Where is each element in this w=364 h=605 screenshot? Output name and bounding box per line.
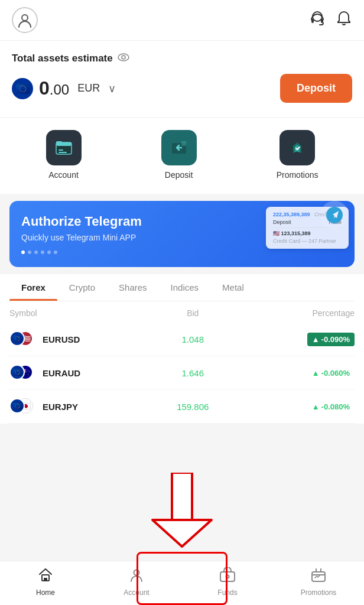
dot-3 xyxy=(34,251,38,254)
amount-decimal: .00 xyxy=(50,82,69,97)
col-bid-header: Bid xyxy=(139,308,247,318)
svg-rect-17 xyxy=(172,473,192,520)
symbol-name-eurjpy: EURJPY xyxy=(43,402,78,412)
col-pct-header: Percentage xyxy=(247,308,355,318)
svg-marker-18 xyxy=(152,520,212,547)
nav-account-label: Account xyxy=(124,588,149,597)
banner-subtitle: Quickly use Telegram Mini APP xyxy=(21,233,343,242)
symbol-name-euraud: EURAUD xyxy=(43,368,80,378)
telegram-banner[interactable]: Authorize Telegram Quickly use Telegram … xyxy=(9,201,355,267)
table-row[interactable]: 🇪🇺 🇺🇸 EURUSD 1.048 ▲ -0.090% xyxy=(9,323,355,356)
account-label: Account xyxy=(48,170,79,180)
svg-rect-20 xyxy=(44,578,47,581)
action-account[interactable]: Account xyxy=(46,130,82,180)
bell-icon[interactable] xyxy=(336,10,352,31)
svg-rect-8 xyxy=(58,149,63,151)
nav-funds-label: Funds xyxy=(217,588,237,597)
bid-euraud: 1.646 xyxy=(139,368,247,378)
nav-funds[interactable]: Funds xyxy=(182,561,273,605)
promotions-icon-box xyxy=(280,130,315,165)
amount-whole: 0 xyxy=(39,77,50,99)
dot-1 xyxy=(21,251,25,254)
account-nav-icon xyxy=(129,567,144,586)
avatar[interactable] xyxy=(12,7,38,33)
market-tabs: Forex Crypto Shares Indices Metal xyxy=(9,274,355,301)
tab-crypto[interactable]: Crypto xyxy=(57,274,107,301)
svg-rect-10 xyxy=(56,141,62,143)
nav-account[interactable]: Account xyxy=(91,561,182,605)
trend-icon-euraud: ▲ xyxy=(312,369,320,378)
flag-pair-eurusd: 🇪🇺 🇺🇸 xyxy=(9,331,34,347)
table-row[interactable]: 🇪🇺 🇯🇵 EURJPY 159.806 ▲ -0.080% xyxy=(9,390,355,424)
assets-title: Total assets estimate xyxy=(12,53,352,64)
nav-promotions[interactable]: Promotions xyxy=(273,561,364,605)
svg-point-23 xyxy=(226,575,229,578)
action-promotions[interactable]: Promotions xyxy=(277,130,318,180)
deposit-button[interactable]: Deposit xyxy=(280,74,352,103)
svg-rect-9 xyxy=(58,152,67,153)
assets-title-text: Total assets estimate xyxy=(12,53,113,64)
pct-cell-euraud: ▲ -0.060% xyxy=(247,366,355,380)
deposit-icon-box xyxy=(161,130,197,165)
svg-point-0 xyxy=(22,15,28,21)
funds-icon xyxy=(219,567,236,586)
currency-label: EUR xyxy=(77,82,100,95)
flag-eu-2: 🇪🇺 xyxy=(9,365,25,380)
symbol-cell-euraud: 🇪🇺 🇦🇺 EURAUD xyxy=(9,365,139,381)
quick-actions: Account Deposit Promotions xyxy=(0,118,364,194)
flag-pair-eurjpy: 🇪🇺 🇯🇵 xyxy=(9,398,34,415)
bottom-nav: Home Account Funds xyxy=(0,561,364,605)
market-section: Forex Crypto Shares Indices Metal Symbol… xyxy=(0,274,364,424)
action-deposit[interactable]: Deposit xyxy=(161,130,197,180)
home-icon xyxy=(38,567,53,586)
eur-flag: 🇪🇺 xyxy=(12,78,33,99)
svg-rect-12 xyxy=(181,141,186,146)
nav-promotions-label: Promotions xyxy=(301,588,337,597)
tab-indices[interactable]: Indices xyxy=(159,274,211,301)
eye-icon[interactable] xyxy=(118,53,129,64)
dot-2 xyxy=(28,251,31,254)
amount-display: 0.00 xyxy=(39,77,69,99)
dot-5 xyxy=(47,251,51,254)
svg-point-1 xyxy=(313,12,322,21)
pct-cell-eurjpy: ▲ -0.080% xyxy=(247,400,355,414)
svg-rect-22 xyxy=(220,572,235,581)
market-header: Symbol Bid Percentage xyxy=(9,301,355,323)
tab-shares[interactable]: Shares xyxy=(107,274,159,301)
promotions-nav-icon xyxy=(310,567,327,586)
symbol-cell-eurusd: 🇪🇺 🇺🇸 EURUSD xyxy=(9,331,139,347)
flag-pair-euraud: 🇪🇺 🇦🇺 xyxy=(9,365,34,381)
currency-chevron[interactable]: ∨ xyxy=(108,82,116,95)
headset-icon[interactable] xyxy=(308,9,326,31)
trend-icon-eurjpy: ▲ xyxy=(312,402,320,411)
header-icons xyxy=(308,9,352,31)
svg-point-4 xyxy=(118,54,129,61)
flag-eu-3: 🇪🇺 xyxy=(9,398,25,414)
svg-point-21 xyxy=(134,570,139,575)
symbol-name-eurusd: EURUSD xyxy=(43,334,80,344)
pct-value-eurusd: -0.090% xyxy=(321,335,350,344)
dot-6 xyxy=(54,251,57,254)
promotions-label: Promotions xyxy=(277,170,318,180)
banner-title: Authorize Telegram xyxy=(21,214,343,229)
assets-row: 🇪🇺 0.00 EUR ∨ Deposit xyxy=(12,74,352,103)
nav-home[interactable]: Home xyxy=(0,561,91,605)
table-row[interactable]: 🇪🇺 🇦🇺 EURAUD 1.646 ▲ -0.060% xyxy=(9,356,355,390)
svg-point-5 xyxy=(122,56,125,59)
pct-value-euraud: -0.060% xyxy=(321,369,350,378)
deposit-label: Deposit xyxy=(165,170,193,180)
dot-4 xyxy=(41,251,44,254)
tab-forex[interactable]: Forex xyxy=(9,274,57,301)
pct-badge-eurusd: ▲ -0.090% xyxy=(307,333,355,346)
col-symbol-header: Symbol xyxy=(9,308,139,318)
bid-eurusd: 1.048 xyxy=(139,334,247,344)
banner-dots xyxy=(21,251,343,254)
symbol-cell-eurjpy: 🇪🇺 🇯🇵 EURJPY xyxy=(9,398,139,415)
nav-home-label: Home xyxy=(36,588,55,597)
header xyxy=(0,0,364,41)
pct-value-eurjpy: -0.080% xyxy=(321,402,350,411)
banner-content: Authorize Telegram Quickly use Telegram … xyxy=(21,214,343,254)
assets-section: Total assets estimate 🇪🇺 0.00 EUR ∨ Depo… xyxy=(0,41,364,117)
tab-metal[interactable]: Metal xyxy=(210,274,256,301)
assets-amount: 🇪🇺 0.00 EUR ∨ xyxy=(12,77,116,99)
